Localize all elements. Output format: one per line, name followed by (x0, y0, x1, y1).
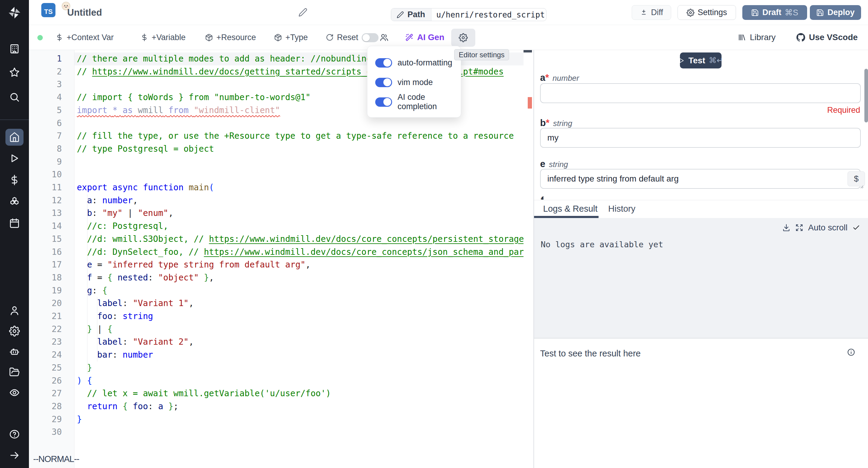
vim-status-bar: --NORMAL-- (33, 454, 79, 464)
code-line: } (77, 361, 92, 375)
status-dot (37, 35, 43, 40)
test-shortcut: ⌘↵ (709, 56, 723, 65)
download-logs-icon[interactable] (782, 224, 790, 232)
diff-label: Diff (651, 8, 663, 17)
sidebar-item-user[interactable] (0, 302, 29, 319)
use-vscode-button[interactable]: Use VScode (796, 25, 858, 50)
draft-button[interactable]: Draft ⌘S (742, 5, 807, 20)
sidebar-item-home[interactable] (0, 129, 29, 146)
auto-scroll-checkbox[interactable] (852, 224, 860, 232)
windmill-script-editor: TS Untitled Path u/henri/restored_script… (0, 0, 868, 468)
editor-settings-button[interactable] (451, 29, 475, 47)
code-line: label: "Variant 2", (77, 335, 194, 349)
sidebar-item-play[interactable] (0, 150, 29, 167)
code-line: b: "my" | "enum", (77, 207, 173, 220)
line-number: 24 (29, 349, 62, 361)
collab-toggle[interactable] (362, 33, 378, 42)
sidebar-item-search[interactable] (0, 89, 29, 106)
menu-item-auto-formatting: auto-formatting (375, 55, 453, 70)
sidebar-item-building[interactable] (0, 40, 29, 57)
resize-handle[interactable] (859, 184, 864, 190)
line-number: 12 (29, 194, 62, 207)
code-line: bar: number (77, 349, 153, 361)
line-number: 10 (29, 168, 62, 181)
line-number: 15 (29, 233, 62, 246)
gear-icon (9, 326, 20, 337)
test-button[interactable]: Test ⌘↵ (680, 53, 721, 68)
line-number: 28 (29, 400, 62, 413)
auto-formatting-toggle[interactable] (375, 58, 392, 67)
result-placeholder: Test to see the result here (540, 349, 641, 358)
field-a-input[interactable] (540, 83, 861, 103)
tab-history[interactable]: History (608, 202, 635, 216)
line-number: 14 (29, 220, 62, 233)
path-button[interactable]: Path u/henri/restored_script (391, 8, 547, 21)
code-line: return { foo: a }; (77, 400, 179, 413)
edit-summary-pencil-icon[interactable] (299, 8, 307, 18)
add-context-var-button[interactable]: +Context Var (56, 25, 114, 50)
add-context-var-label: +Context Var (67, 33, 114, 42)
sidebar-item-arrow-right[interactable] (0, 447, 29, 464)
test-label: Test (688, 56, 705, 65)
sidebar-item-gear[interactable] (0, 323, 29, 340)
info-icon[interactable] (847, 348, 855, 358)
field-e-input[interactable]: inferred type string from default arg (540, 169, 861, 189)
add-type-label: +Type (285, 33, 308, 42)
reset-button[interactable]: Reset (326, 25, 358, 50)
sidebar-item-calendar[interactable] (0, 215, 29, 232)
tab-logs-result[interactable]: Logs & Result (543, 202, 598, 216)
sidebar-item-star[interactable] (0, 64, 29, 81)
users-icon[interactable] (379, 33, 389, 43)
package-icon (274, 33, 282, 41)
add-variable-label: +Variable (152, 33, 186, 42)
building-icon (9, 43, 20, 54)
add-variable-button[interactable]: +Variable (141, 25, 186, 50)
sidebar-item-dollar[interactable] (0, 172, 29, 188)
line-number: 16 (29, 246, 62, 259)
topbar: TS Untitled Path u/henri/restored_script… (29, 0, 868, 25)
draft-label: Draft (762, 8, 781, 17)
logs-panel: Auto scroll No logs are available yet (534, 218, 868, 338)
dollar-icon (9, 175, 20, 185)
add-resource-button[interactable]: +Resource (205, 25, 256, 50)
path-label: Path (407, 10, 425, 19)
sidebar-item-eye[interactable] (0, 384, 29, 401)
code-line: // let x = await wmill.getVariable('u/us… (77, 387, 331, 400)
vim-mode-toggle[interactable] (375, 78, 392, 87)
settings-button[interactable]: Settings (678, 5, 736, 20)
field-b-input[interactable]: my (540, 128, 861, 148)
play-icon (9, 153, 20, 164)
home-icon (9, 132, 20, 143)
sidebar-item-help[interactable] (0, 426, 29, 443)
code-line: g: { (77, 284, 107, 297)
ai-code-completion-toggle[interactable] (375, 97, 392, 107)
editor-settings-tooltip: Editor settings (454, 49, 509, 60)
code-line: } (77, 413, 82, 426)
code-line: label: "Variant 1", (77, 297, 194, 310)
gear-icon (687, 9, 694, 17)
line-number: 23 (29, 335, 62, 349)
sidebar-item-folder-open[interactable] (0, 364, 29, 381)
windmill-logo[interactable] (0, 4, 29, 21)
folder-open-icon (9, 367, 20, 378)
deploy-button[interactable]: Deploy (810, 5, 861, 20)
required-error: Required (827, 106, 860, 115)
dollar-icon (141, 33, 148, 41)
code-line: //d: wmill.S3Object, // https://www.wind… (77, 233, 524, 246)
sidebar-divider (0, 119, 29, 120)
line-number: 25 (29, 361, 62, 375)
sidebar-item-boxes[interactable] (0, 193, 29, 210)
add-type-button[interactable]: +Type (274, 25, 308, 50)
library-button[interactable]: Library (738, 25, 776, 50)
line-number: 7 (29, 130, 62, 143)
expand-logs-icon[interactable] (795, 224, 803, 232)
menu-item-vim-mode: vim mode (375, 75, 453, 90)
package-icon (205, 33, 213, 41)
diff-button[interactable]: Diff (632, 5, 671, 20)
panel-scrollbar[interactable] (864, 69, 868, 122)
code-line: f = { nested: "object" }, (77, 271, 214, 284)
overview-ruler[interactable] (524, 50, 532, 468)
sidebar-item-bot[interactable] (0, 343, 29, 360)
use-vscode-label: Use VScode (809, 33, 858, 42)
code-line: import * as wmill from "windmill-client" (77, 104, 280, 117)
